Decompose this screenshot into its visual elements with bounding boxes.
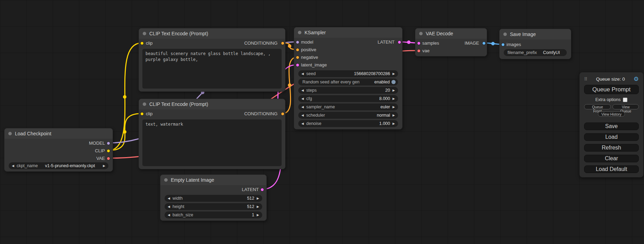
node-clip-text-encode-negative[interactable]: CLIP Text Encode (Prompt) clip CONDITION…: [139, 99, 285, 169]
node-vae-decode[interactable]: VAE Decode samples IMAGE vae: [415, 28, 487, 56]
widget-cfg[interactable]: ◀ cfg 8.000 ▶: [298, 95, 398, 102]
slot-label-model: model: [301, 38, 313, 46]
stepper-right-icon[interactable]: ▶: [392, 97, 396, 100]
node-header[interactable]: KSampler: [294, 27, 402, 38]
stepper-right-icon[interactable]: ▶: [256, 197, 260, 200]
output-dot-latent[interactable]: [398, 40, 401, 44]
node-ksampler[interactable]: KSampler model LATENT positive negative …: [294, 27, 403, 129]
output-dot-model[interactable]: [107, 142, 110, 145]
slot-row: clip CONDITIONING: [139, 39, 285, 47]
node-header[interactable]: Empty Latent Image: [160, 175, 266, 185]
output-dot-clip[interactable]: [107, 149, 110, 153]
stepper-left-icon[interactable]: ◀: [301, 89, 305, 92]
stepper-left-icon[interactable]: ◀: [301, 114, 305, 117]
input-dot-samples[interactable]: [417, 42, 421, 45]
node-collapse-dot[interactable]: [298, 31, 301, 34]
stepper-left-icon[interactable]: ◀: [301, 122, 305, 125]
node-collapse-dot[interactable]: [419, 32, 423, 35]
toggle-dot[interactable]: [391, 80, 396, 84]
input-dot-model[interactable]: [296, 40, 299, 44]
widget-value: v1-5-pruned-emaonly.ckpt: [39, 163, 100, 168]
stepper-left-icon[interactable]: ◀: [301, 105, 305, 109]
widget-denoise[interactable]: ◀ denoise 1.000 ▶: [298, 120, 398, 127]
output-dot-image[interactable]: [482, 42, 486, 45]
stepper-left-icon[interactable]: ◀: [167, 213, 171, 217]
stepper-left-icon[interactable]: ◀: [301, 72, 305, 75]
load-button[interactable]: Load: [584, 133, 639, 141]
output-dot-conditioning[interactable]: [281, 112, 284, 116]
widget-scheduler[interactable]: ◀ scheduler normal ▶: [298, 112, 398, 119]
input-dot-images[interactable]: [501, 43, 505, 46]
node-collapse-dot[interactable]: [503, 33, 507, 36]
input-dot-positive[interactable]: [296, 48, 299, 52]
output-dot-conditioning[interactable]: [281, 42, 284, 45]
node-header[interactable]: Save Image: [500, 29, 571, 39]
node-collapse-dot[interactable]: [8, 132, 12, 135]
widget-random-seed[interactable]: Random seed after every gen enabled: [298, 79, 398, 85]
slot-label-conditioning: CONDITIONING: [244, 39, 277, 47]
input-dot-negative[interactable]: [296, 56, 299, 59]
slot-row: negative: [294, 54, 402, 61]
stepper-right-icon[interactable]: ▶: [256, 213, 260, 217]
stepper-right-icon[interactable]: ▶: [102, 164, 106, 168]
prompt-textarea[interactable]: beautiful scenery nature glass bottle la…: [142, 49, 282, 89]
slot-label-image: IMAGE: [465, 39, 479, 47]
stepper-right-icon[interactable]: ▶: [392, 89, 396, 92]
slot-label-images: images: [506, 41, 521, 48]
output-dot-latent[interactable]: [261, 188, 264, 191]
stepper-left-icon[interactable]: ◀: [301, 97, 305, 100]
widget-height[interactable]: ◀ height 512 ▶: [165, 203, 262, 210]
clear-button[interactable]: Clear: [584, 155, 639, 162]
stepper-right-icon[interactable]: ▶: [392, 72, 396, 75]
drag-handle-icon[interactable]: ⠿: [584, 76, 588, 82]
node-load-checkpoint[interactable]: Load Checkpoint MODEL CLIP VAE ◀ ckpt_na…: [4, 128, 113, 172]
widget-ckpt-name[interactable]: ◀ ckpt_name v1-5-pruned-emaonly.ckpt ▶: [9, 162, 108, 169]
widget-value: 1.000: [323, 121, 390, 126]
widget-sampler-name[interactable]: ◀ sampler_name euler ▶: [298, 103, 398, 110]
input-dot-clip[interactable]: [140, 42, 144, 45]
stepper-right-icon[interactable]: ▶: [392, 105, 396, 109]
widget-batch-size[interactable]: ◀ batch_size 1 ▶: [165, 211, 262, 218]
node-empty-latent-image[interactable]: Empty Latent Image LATENT ◀ width 512 ▶ …: [160, 174, 267, 221]
widget-value: 512: [184, 196, 254, 201]
stepper-right-icon[interactable]: ▶: [392, 122, 396, 125]
save-button[interactable]: Save: [584, 123, 639, 130]
node-header[interactable]: CLIP Text Encode (Prompt): [139, 28, 285, 39]
extra-options-label: Extra options: [596, 97, 621, 102]
stepper-right-icon[interactable]: ▶: [256, 205, 260, 208]
widget-filename-prefix[interactable]: filename_prefix ComfyUI: [504, 49, 567, 56]
node-header[interactable]: Load Checkpoint: [5, 128, 113, 139]
extra-options-checkbox[interactable]: [623, 98, 627, 102]
node-collapse-dot[interactable]: [143, 102, 146, 106]
node-clip-text-encode-positive[interactable]: CLIP Text Encode (Prompt) clip CONDITION…: [139, 28, 285, 92]
widget-width[interactable]: ◀ width 512 ▶: [165, 195, 262, 202]
widget-value: normal: [327, 113, 390, 118]
graph-canvas[interactable]: Load Checkpoint MODEL CLIP VAE ◀ ckpt_na…: [0, 0, 644, 244]
node-collapse-dot[interactable]: [164, 178, 168, 182]
queue-prompt-button[interactable]: Queue Prompt: [584, 85, 639, 94]
node-save-image[interactable]: Save Image images filename_prefix ComfyU…: [499, 29, 571, 59]
node-title: KSampler: [305, 30, 326, 35]
view-history-button[interactable]: View History: [598, 111, 625, 117]
slot-row: latent_image: [294, 61, 402, 69]
node-header[interactable]: CLIP Text Encode (Prompt): [139, 99, 285, 109]
queue-front-button[interactable]: Queue Front: [584, 104, 611, 109]
input-dot-vae[interactable]: [417, 49, 421, 53]
node-header[interactable]: VAE Decode: [415, 28, 487, 39]
refresh-button[interactable]: Refresh: [584, 144, 639, 152]
stepper-right-icon[interactable]: ▶: [392, 114, 396, 117]
input-dot-clip[interactable]: [140, 112, 144, 116]
output-slot-row: MODEL: [5, 139, 113, 147]
stepper-left-icon[interactable]: ◀: [11, 164, 15, 168]
widget-seed[interactable]: ◀ seed 156680208700286 ▶: [298, 70, 398, 77]
node-collapse-dot[interactable]: [143, 32, 146, 35]
stepper-left-icon[interactable]: ◀: [167, 197, 171, 200]
prompt-textarea[interactable]: text, watermark: [142, 119, 282, 166]
input-dot-latent-image[interactable]: [296, 63, 299, 67]
widget-steps[interactable]: ◀ steps 20 ▶: [298, 87, 398, 94]
view-queue-button[interactable]: View Queue: [612, 104, 639, 109]
settings-gear-icon[interactable]: ⚙: [634, 76, 639, 82]
load-default-button[interactable]: Load Default: [584, 165, 639, 173]
stepper-left-icon[interactable]: ◀: [167, 205, 171, 208]
output-dot-vae[interactable]: [107, 157, 110, 160]
